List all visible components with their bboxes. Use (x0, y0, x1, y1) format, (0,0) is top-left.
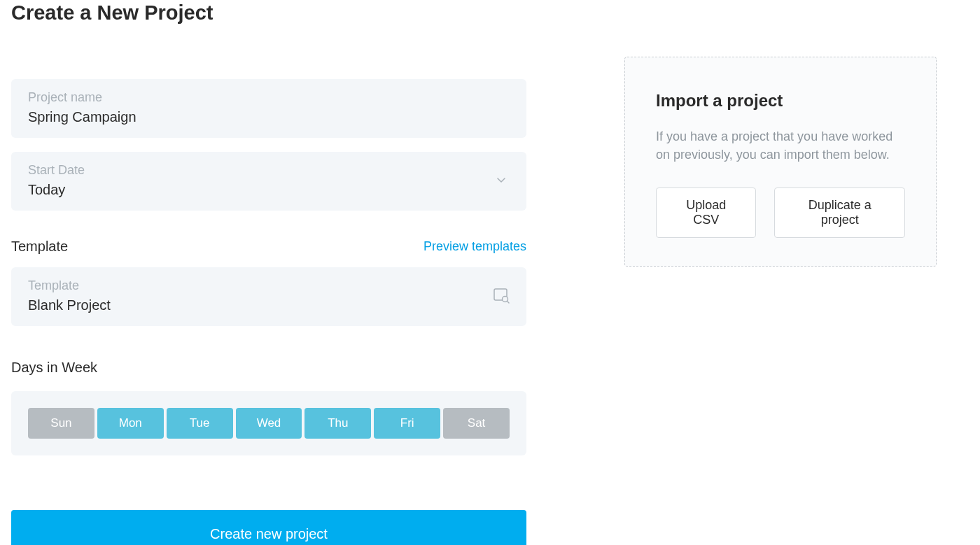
template-section-header: Template Preview templates (11, 239, 526, 255)
import-panel-description: If you have a project that you have work… (656, 127, 905, 164)
template-value: Blank Project (28, 297, 461, 313)
svg-line-2 (507, 301, 509, 303)
day-toggle-fri[interactable]: Fri (374, 408, 440, 439)
day-toggle-tue[interactable]: Tue (167, 408, 233, 439)
project-name-label: Project name (28, 90, 510, 105)
duplicate-project-button[interactable]: Duplicate a project (774, 187, 905, 238)
day-toggle-mon[interactable]: Mon (97, 408, 164, 439)
start-date-field[interactable]: Start Date Today (11, 152, 526, 211)
create-new-project-button[interactable]: Create new project (11, 510, 526, 545)
project-name-input[interactable] (28, 109, 461, 125)
import-project-panel: Import a project If you have a project t… (624, 57, 937, 267)
template-search-icon (493, 287, 510, 306)
start-date-value: Today (28, 182, 461, 198)
day-toggle-sat[interactable]: Sat (443, 408, 510, 439)
day-toggle-thu[interactable]: Thu (304, 408, 371, 439)
chevron-down-icon (496, 174, 507, 188)
template-label: Template (28, 278, 510, 293)
day-toggle-wed[interactable]: Wed (236, 408, 302, 439)
upload-csv-button[interactable]: Upload CSV (656, 187, 756, 238)
import-panel-title: Import a project (656, 91, 905, 111)
days-in-week-selector: SunMonTueWedThuFriSat (11, 391, 526, 455)
project-name-field[interactable]: Project name (11, 79, 526, 138)
day-toggle-sun[interactable]: Sun (28, 408, 94, 439)
import-panel-actions: Upload CSV Duplicate a project (656, 187, 905, 238)
template-field[interactable]: Template Blank Project (11, 267, 526, 326)
page-title: Create a New Project (11, 1, 526, 24)
template-section-title: Template (11, 239, 68, 255)
start-date-label: Start Date (28, 163, 510, 178)
preview-templates-link[interactable]: Preview templates (424, 239, 526, 254)
days-in-week-title: Days in Week (11, 360, 526, 376)
